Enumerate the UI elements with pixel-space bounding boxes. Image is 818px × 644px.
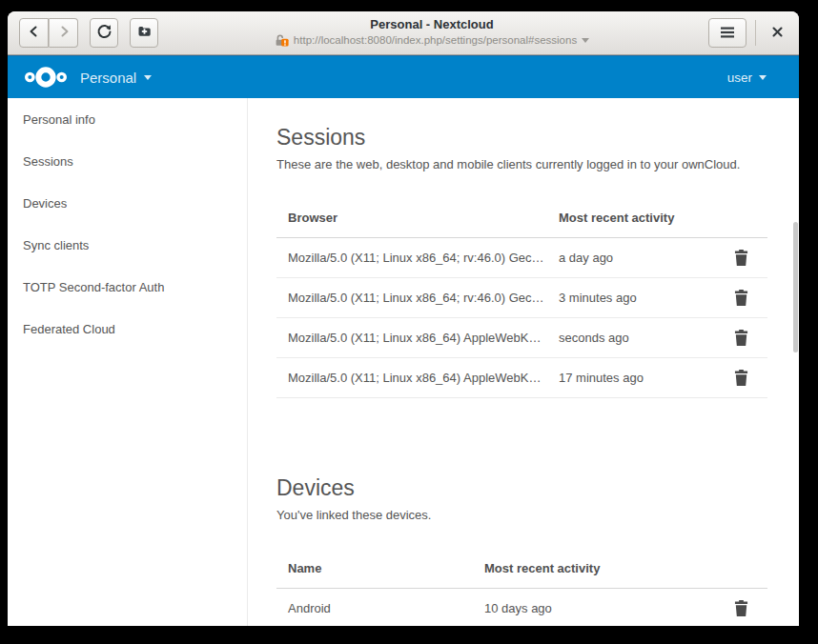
trash-icon <box>734 290 748 306</box>
settings-sidebar: Personal info Sessions Devices Sync clie… <box>8 98 248 626</box>
menu-button[interactable] <box>708 18 746 48</box>
sidebar-item-sync-clients[interactable]: Sync clients <box>8 224 247 266</box>
sessions-heading: Sessions <box>276 123 799 151</box>
session-row: Mozilla/5.0 (X11; Linux x86_64; rv:46.0)… <box>276 278 767 318</box>
delete-session-button[interactable] <box>734 250 748 266</box>
devices-heading: Devices <box>276 473 799 502</box>
app-menu-button[interactable]: Personal <box>80 70 152 86</box>
hamburger-menu-icon <box>721 25 734 42</box>
address-bar[interactable]: http://localhost:8080/index.php/settings… <box>275 32 589 49</box>
reload-icon <box>96 23 112 43</box>
nextcloud-header: Personal user <box>8 55 799 98</box>
close-button[interactable] <box>765 18 789 48</box>
sidebar-item-personal-info[interactable]: Personal info <box>8 98 247 140</box>
sidebar-item-label: Devices <box>23 196 67 211</box>
delete-session-button[interactable] <box>734 290 748 306</box>
devices-section: Devices You've linked these devices. Nam… <box>276 473 799 626</box>
browser-cell: Mozilla/5.0 (X11; Linux x86_64; rv:46.0)… <box>276 278 559 318</box>
column-header-activity: Most recent activity <box>484 548 675 589</box>
trash-icon <box>734 370 748 386</box>
trash-icon <box>734 330 748 346</box>
delete-session-button[interactable] <box>734 330 748 346</box>
address-url: http://localhost:8080/index.php/settings… <box>294 32 577 49</box>
sidebar-item-label: TOTP Second-factor Auth <box>23 280 164 294</box>
column-header-name: Name <box>276 548 484 589</box>
forward-button[interactable] <box>49 18 78 48</box>
reload-button[interactable] <box>90 18 118 48</box>
sidebar-item-label: Sessions <box>23 154 73 169</box>
device-name-cell: Android <box>276 589 484 627</box>
nextcloud-logo[interactable] <box>23 62 69 92</box>
device-row: Android 10 days ago <box>276 589 767 627</box>
sidebar-item-devices[interactable]: Devices <box>8 182 247 224</box>
trash-icon <box>734 250 748 266</box>
activity-cell: seconds ago <box>559 318 721 358</box>
browser-cell: Mozilla/5.0 (X11; Linux x86_64) AppleWeb… <box>276 318 559 358</box>
titlebar-center: Personal - Nextcloud http://localhost:80… <box>170 16 694 51</box>
devices-table: Name Most recent activity Android 10 day… <box>276 548 767 626</box>
activity-cell: a day ago <box>559 238 721 278</box>
back-button[interactable] <box>19 18 49 48</box>
vertical-scrollbar-thumb[interactable] <box>793 222 798 352</box>
sidebar-item-label: Federated Cloud <box>23 322 115 336</box>
sessions-section: Sessions These are the web, desktop and … <box>276 123 799 398</box>
address-dropdown-icon[interactable] <box>582 38 589 43</box>
column-header-activity: Most recent activity <box>559 197 721 238</box>
devices-table-header: Name Most recent activity <box>276 548 767 589</box>
session-row: Mozilla/5.0 (X11; Linux x86_64) AppleWeb… <box>276 358 767 398</box>
new-tab-button[interactable] <box>130 18 158 48</box>
sidebar-item-label: Personal info <box>23 112 95 127</box>
sidebar-item-totp[interactable]: TOTP Second-factor Auth <box>8 266 247 308</box>
sidebar-item-sessions[interactable]: Sessions <box>8 140 247 182</box>
activity-cell: 17 minutes ago <box>559 358 721 398</box>
browser-titlebar: Personal - Nextcloud http://localhost:80… <box>8 11 799 55</box>
insecure-lock-icon <box>275 33 289 48</box>
new-tab-icon <box>136 24 153 42</box>
session-row: Mozilla/5.0 (X11; Linux x86_64; rv:46.0)… <box>276 238 767 278</box>
back-icon <box>27 24 42 43</box>
sidebar-item-federated-cloud[interactable]: Federated Cloud <box>8 308 247 350</box>
window-title: Personal - Nextcloud <box>170 16 694 32</box>
app-menu-label: Personal <box>80 70 136 86</box>
delete-device-button[interactable] <box>734 600 748 616</box>
delete-session-button[interactable] <box>734 370 748 386</box>
sessions-table-header: Browser Most recent activity <box>276 197 767 238</box>
session-row: Mozilla/5.0 (X11; Linux x86_64) AppleWeb… <box>276 318 767 358</box>
devices-description: You've linked these devices. <box>276 508 799 523</box>
browser-window: Personal - Nextcloud http://localhost:80… <box>8 11 799 626</box>
user-menu-label: user <box>727 70 752 85</box>
settings-content: Sessions These are the web, desktop and … <box>248 98 799 626</box>
history-nav-group <box>19 18 78 48</box>
browser-cell: Mozilla/5.0 (X11; Linux x86_64; rv:46.0)… <box>276 238 559 278</box>
forward-icon <box>56 24 72 43</box>
sidebar-item-label: Sync clients <box>23 238 89 252</box>
close-icon <box>771 25 784 42</box>
chevron-down-icon <box>144 75 152 80</box>
titlebar-right-controls <box>708 18 789 48</box>
trash-icon <box>734 600 748 616</box>
titlebar-left-controls <box>19 18 158 48</box>
column-header-browser: Browser <box>276 197 559 238</box>
user-menu-button[interactable]: user <box>727 70 784 85</box>
sessions-description: These are the web, desktop and mobile cl… <box>276 157 799 172</box>
sessions-table: Browser Most recent activity Mozilla/5.0… <box>276 197 767 398</box>
activity-cell: 3 minutes ago <box>559 278 721 318</box>
settings-page: Personal info Sessions Devices Sync clie… <box>8 98 799 626</box>
chevron-down-icon <box>759 75 767 80</box>
activity-cell: 10 days ago <box>484 589 675 627</box>
browser-cell: Mozilla/5.0 (X11; Linux x86_64) AppleWeb… <box>276 358 559 398</box>
titlebar-separator <box>755 20 756 46</box>
